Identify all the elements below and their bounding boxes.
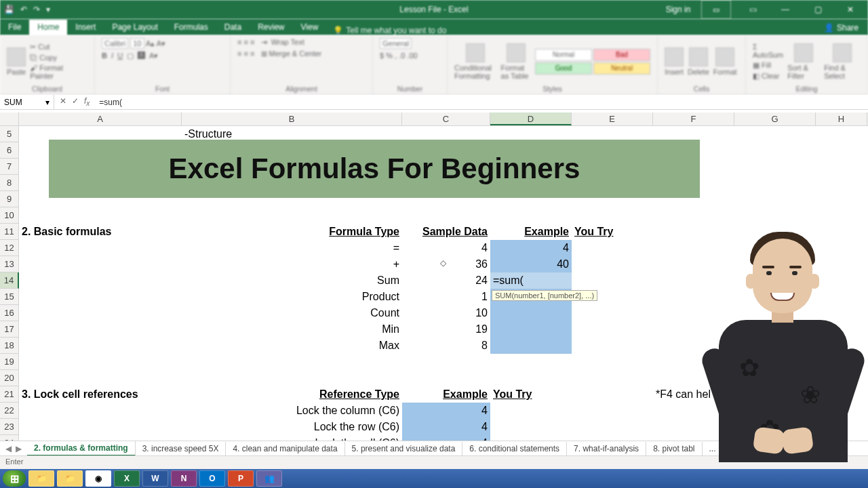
row-header-9[interactable]: 9 <box>0 191 19 207</box>
delete-cells-button[interactable]: Delete <box>688 47 709 76</box>
taskbar-excel[interactable]: X <box>114 470 140 487</box>
close-button[interactable]: ✕ <box>835 0 865 19</box>
active-cell-d14[interactable]: =sum( SUM(number1, [number2], ...) <box>490 272 572 289</box>
clear-button[interactable]: ◧ Clear <box>753 72 783 81</box>
account-icon[interactable]: ▭ <box>701 0 731 19</box>
paste-button[interactable]: Paste <box>7 47 26 76</box>
row-header-16[interactable]: 16 <box>0 305 19 321</box>
col-header-b[interactable]: B <box>182 113 402 125</box>
insert-cells-button[interactable]: Insert <box>665 47 684 76</box>
font-size-select[interactable]: 10 <box>130 38 144 49</box>
enter-formula-icon[interactable]: ✓ <box>72 96 79 107</box>
row-header-6[interactable]: 6 <box>0 142 19 159</box>
save-icon[interactable]: 💾 <box>4 5 14 14</box>
select-all-corner[interactable] <box>0 113 19 125</box>
title-bar: 💾 ↶ ↷ ▾ Lesson File - Excel Sign in ▭ ▭ … <box>0 0 868 19</box>
sheet-tab-3[interactable]: 4. clean and manipulate data <box>226 442 344 455</box>
taskbar-powerpoint[interactable]: P <box>228 470 254 487</box>
row-header-11[interactable]: 11 <box>0 224 19 240</box>
number-buttons[interactable]: $ % , .0 .00 <box>380 52 418 60</box>
format-cells-button[interactable]: Format <box>713 47 737 76</box>
col-header-h[interactable]: H <box>816 113 867 125</box>
sheet-tab-4[interactable]: 5. present and visualize data <box>345 442 463 455</box>
col-header-g[interactable]: G <box>734 113 816 125</box>
tab-page-layout[interactable]: Page Layout <box>104 20 165 35</box>
row-header-22[interactable]: 22 <box>0 403 19 419</box>
format-as-table-button[interactable]: Format as Table <box>501 43 531 80</box>
row-header-14[interactable]: 14 <box>0 272 19 289</box>
cut-button[interactable]: ✂ Cut <box>30 43 87 52</box>
fill-button[interactable]: ▦ Fill <box>753 61 783 70</box>
row-header-21[interactable]: 21 <box>0 386 19 403</box>
redo-icon[interactable]: ↷ <box>33 5 40 14</box>
taskbar-explorer[interactable]: 📁 <box>28 470 54 487</box>
taskbar-chrome[interactable]: ◉ <box>85 470 111 487</box>
cancel-formula-icon[interactable]: ✕ <box>60 96 66 107</box>
row-header-20[interactable]: 20 <box>0 370 19 386</box>
find-select-button[interactable]: Find & Select <box>824 43 861 80</box>
taskbar-word[interactable]: W <box>142 470 168 487</box>
sheet-tab-5[interactable]: 6. conditional statements <box>462 442 567 455</box>
ribbon: Paste ✂ Cut ⿻ Copy 🖌 Format Painter Clip… <box>0 35 868 95</box>
row-header-23[interactable]: 23 <box>0 419 19 435</box>
row-header-5[interactable]: 5 <box>0 126 19 142</box>
tab-nav-next-icon[interactable]: ▶ <box>16 444 22 453</box>
autosum-button[interactable]: Σ AutoSum <box>753 43 783 59</box>
row-header-10[interactable]: 10 <box>0 207 19 224</box>
row-header-7[interactable]: 7 <box>0 159 19 175</box>
taskbar-outlook[interactable]: O <box>199 470 225 487</box>
signin-label[interactable]: Sign in <box>663 0 693 19</box>
minimize-button[interactable]: — <box>770 0 800 19</box>
conditional-formatting-button[interactable]: Conditional Formatting <box>454 43 497 80</box>
format-painter-button[interactable]: 🖌 Format Painter <box>30 64 87 80</box>
col-header-a[interactable]: A <box>19 113 182 125</box>
maximize-button[interactable]: ▢ <box>803 0 833 19</box>
tab-home[interactable]: Home <box>29 20 67 35</box>
row-header-19[interactable]: 19 <box>0 354 19 370</box>
row-header-17[interactable]: 17 <box>0 321 19 338</box>
taskbar-explorer-2[interactable]: 📁 <box>57 470 83 487</box>
tab-formulas[interactable]: Formulas <box>166 20 216 35</box>
fx-icon[interactable]: fx <box>84 96 90 107</box>
row-header-8[interactable]: 8 <box>0 175 19 191</box>
tab-nav-prev-icon[interactable]: ◀ <box>5 444 12 453</box>
sheet-tab-6[interactable]: 7. what-if-analysis <box>567 442 646 455</box>
sort-filter-button[interactable]: Sort & Filter <box>787 43 820 80</box>
alignment-buttons[interactable]: ≡ ≡ ≡ ⇥ Wrap Text <box>237 38 304 47</box>
row-header-13[interactable]: 13 <box>0 256 19 272</box>
font-family-select[interactable]: Calibri <box>102 38 128 49</box>
tab-data[interactable]: Data <box>216 20 250 35</box>
tab-view[interactable]: View <box>293 20 327 35</box>
row-header-12[interactable]: 12 <box>0 240 19 256</box>
font-style-buttons[interactable]: B I U ▢ 🅰 A▾ <box>102 52 158 60</box>
shirt-pattern-icon: ✿ <box>739 354 760 382</box>
ribbon-options-icon[interactable]: ▭ <box>738 0 768 19</box>
tell-me-search[interactable]: 💡 Tell me what you want to do <box>333 26 446 35</box>
tab-review[interactable]: Review <box>250 20 292 35</box>
qat-more-icon[interactable]: ▾ <box>46 5 50 14</box>
number-format-select[interactable]: General <box>380 38 412 49</box>
row-header-18[interactable]: 18 <box>0 338 19 354</box>
name-box[interactable]: SUM▾ <box>0 95 54 109</box>
cell-styles-gallery[interactable]: Normal Bad Good Neutral <box>535 49 650 75</box>
sheet-tab-1[interactable]: 2. formulas & formatting <box>27 441 136 456</box>
row-header-15[interactable]: 15 <box>0 289 19 305</box>
col-header-e[interactable]: E <box>572 113 653 125</box>
share-button[interactable]: 👤 Share <box>814 20 868 35</box>
group-cells-label: Cells <box>665 85 738 93</box>
undo-icon[interactable]: ↶ <box>20 5 27 14</box>
col-header-f[interactable]: F <box>653 113 734 125</box>
merge-button[interactable]: ≡ ≡ ≡ ⊞ Merge & Center <box>237 49 321 58</box>
taskbar-onenote[interactable]: N <box>171 470 197 487</box>
col-header-d[interactable]: D <box>490 113 572 125</box>
tab-insert[interactable]: Insert <box>67 20 104 35</box>
formula-input[interactable]: =sum( <box>95 98 868 107</box>
col-header-c[interactable]: C <box>402 113 490 125</box>
tab-file[interactable]: File <box>0 20 29 35</box>
start-button[interactable]: ⊞ <box>3 470 26 487</box>
taskbar-teams[interactable]: 👥 <box>256 470 282 487</box>
smart-tag-icon[interactable]: ◇ <box>440 258 446 268</box>
group-editing-label: Editing <box>753 85 861 93</box>
sheet-tab-2[interactable]: 3. increase speed 5X <box>136 442 226 455</box>
copy-button[interactable]: ⿻ Copy <box>30 54 87 62</box>
